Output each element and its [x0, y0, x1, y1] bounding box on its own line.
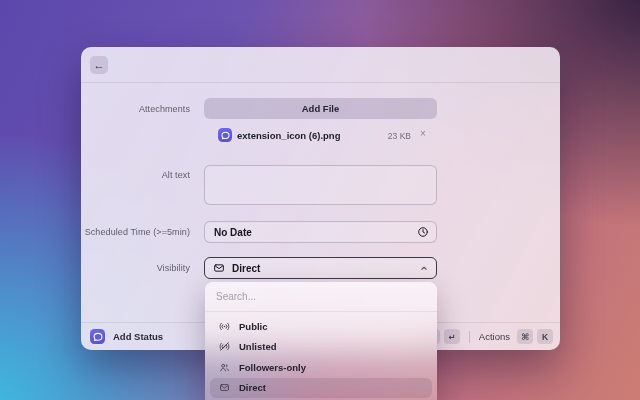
actions-label: Actions: [479, 331, 510, 342]
return-key-badge: ↵: [444, 329, 460, 344]
visibility-label: Visibility: [81, 263, 190, 273]
file-type-icon: [218, 128, 232, 142]
dialog-header: ←: [81, 47, 560, 83]
page-background: ← Attechments Add File extension_icon (6…: [0, 0, 640, 400]
visibility-dropdown: Public Unlisted: [205, 282, 437, 400]
add-status-button[interactable]: Add Status: [90, 329, 163, 344]
back-button[interactable]: ←: [90, 56, 108, 74]
visibility-options-list: Public Unlisted: [205, 312, 437, 400]
envelope-icon: [213, 262, 225, 274]
scheduled-time-field[interactable]: No Date: [204, 221, 437, 243]
remove-file-button[interactable]: ×: [417, 128, 429, 140]
add-file-button[interactable]: Add File: [204, 98, 437, 119]
scheduled-time-label: Scheduled Time (>=5min): [81, 227, 190, 237]
alt-text-label: Alt text: [81, 170, 190, 180]
alt-text-input[interactable]: [204, 165, 437, 205]
broadcast-icon: [219, 321, 230, 332]
scheduled-time-value: No Date: [214, 227, 417, 238]
broadcast-off-icon: [219, 341, 230, 352]
back-arrow-icon: ←: [94, 60, 105, 71]
followers-icon: [219, 362, 230, 373]
option-label: Public: [239, 321, 268, 332]
visibility-select[interactable]: Direct: [204, 257, 437, 279]
command-key-badge: ⌘: [517, 329, 533, 344]
app-logo-icon: [90, 329, 105, 344]
actions-button[interactable]: Actions ⌘ K: [479, 329, 553, 344]
file-size: 23 KB: [371, 131, 411, 141]
option-label: Followers-only: [239, 362, 306, 373]
option-followers-only[interactable]: Followers-only: [210, 357, 432, 378]
add-status-label: Add Status: [113, 331, 163, 342]
search-input[interactable]: [205, 282, 437, 312]
option-unlisted[interactable]: Unlisted: [210, 337, 432, 358]
option-label: Direct: [239, 382, 266, 393]
visibility-value: Direct: [232, 263, 412, 274]
chevron-up-icon: [419, 263, 429, 273]
option-label: Unlisted: [239, 341, 276, 352]
k-key-badge: K: [537, 329, 553, 344]
envelope-icon: [219, 382, 230, 393]
option-direct[interactable]: Direct: [210, 378, 432, 399]
footer-divider: [469, 331, 470, 343]
clock-icon: [417, 226, 429, 238]
option-public[interactable]: Public: [210, 316, 432, 337]
file-name: extension_icon (6).png: [237, 130, 340, 141]
attachments-label: Attechments: [81, 104, 190, 114]
footer-shortcuts: ⌘ ↵ Actions ⌘ K: [424, 329, 553, 344]
